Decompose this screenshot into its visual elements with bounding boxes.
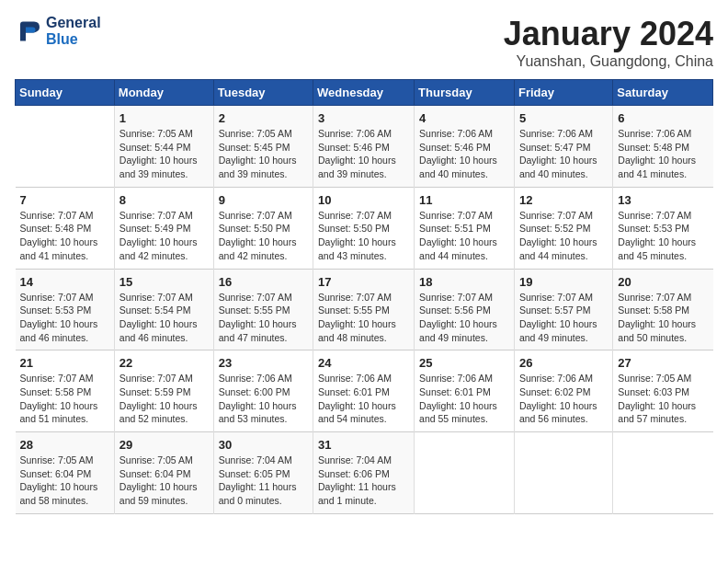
logo-text: General Blue [46, 15, 101, 48]
calendar-day-cell: 28Sunrise: 7:05 AM Sunset: 6:04 PM Dayli… [16, 432, 115, 514]
day-info: Sunrise: 7:07 AM Sunset: 5:50 PM Dayligh… [318, 209, 409, 263]
day-info: Sunrise: 7:07 AM Sunset: 5:55 PM Dayligh… [219, 291, 308, 345]
day-info: Sunrise: 7:05 AM Sunset: 6:04 PM Dayligh… [119, 454, 209, 508]
day-number: 21 [20, 356, 109, 370]
day-number: 12 [519, 193, 608, 207]
day-info: Sunrise: 7:06 AM Sunset: 6:02 PM Dayligh… [519, 372, 608, 426]
calendar-week-row: 21Sunrise: 7:07 AM Sunset: 5:58 PM Dayli… [16, 350, 713, 432]
logo-icon [15, 17, 42, 45]
day-number: 5 [519, 111, 608, 125]
calendar-title: January 2024 [504, 15, 713, 53]
day-number: 23 [219, 356, 308, 370]
day-number: 8 [119, 193, 209, 207]
day-number: 30 [219, 438, 308, 452]
calendar-day-cell: 2Sunrise: 7:05 AM Sunset: 5:45 PM Daylig… [213, 106, 313, 188]
calendar-day-cell: 11Sunrise: 7:07 AM Sunset: 5:51 PM Dayli… [415, 187, 515, 269]
calendar-day-cell: 17Sunrise: 7:07 AM Sunset: 5:55 PM Dayli… [313, 269, 415, 350]
day-of-week-header: Monday [114, 80, 213, 106]
day-info: Sunrise: 7:07 AM Sunset: 5:53 PM Dayligh… [618, 209, 708, 263]
calendar-day-cell [613, 432, 713, 514]
calendar-day-cell: 8Sunrise: 7:07 AM Sunset: 5:49 PM Daylig… [114, 187, 213, 269]
day-number: 22 [119, 356, 209, 370]
day-info: Sunrise: 7:07 AM Sunset: 5:56 PM Dayligh… [419, 291, 509, 345]
day-of-week-header: Saturday [613, 80, 713, 106]
calendar-day-cell: 31Sunrise: 7:04 AM Sunset: 6:06 PM Dayli… [313, 432, 415, 514]
calendar-week-row: 28Sunrise: 7:05 AM Sunset: 6:04 PM Dayli… [16, 432, 713, 514]
calendar-day-cell: 6Sunrise: 7:06 AM Sunset: 5:48 PM Daylig… [613, 106, 713, 188]
calendar-day-cell: 20Sunrise: 7:07 AM Sunset: 5:58 PM Dayli… [613, 269, 713, 350]
calendar-day-cell: 25Sunrise: 7:06 AM Sunset: 6:01 PM Dayli… [415, 350, 515, 432]
days-of-week-row: SundayMondayTuesdayWednesdayThursdayFrid… [16, 80, 713, 106]
day-of-week-header: Wednesday [313, 80, 415, 106]
day-number: 15 [119, 275, 209, 289]
day-info: Sunrise: 7:07 AM Sunset: 5:48 PM Dayligh… [20, 209, 109, 263]
calendar-week-row: 14Sunrise: 7:07 AM Sunset: 5:53 PM Dayli… [16, 269, 713, 350]
day-info: Sunrise: 7:07 AM Sunset: 5:50 PM Dayligh… [219, 209, 308, 263]
day-info: Sunrise: 7:07 AM Sunset: 5:49 PM Dayligh… [119, 209, 209, 263]
day-info: Sunrise: 7:06 AM Sunset: 5:46 PM Dayligh… [419, 127, 509, 181]
day-number: 3 [318, 111, 409, 125]
calendar-day-cell: 26Sunrise: 7:06 AM Sunset: 6:02 PM Dayli… [514, 350, 612, 432]
day-number: 25 [419, 356, 509, 370]
day-of-week-header: Tuesday [213, 80, 313, 106]
day-of-week-header: Thursday [415, 80, 515, 106]
day-info: Sunrise: 7:04 AM Sunset: 6:06 PM Dayligh… [318, 454, 409, 508]
day-number: 19 [519, 275, 608, 289]
calendar-day-cell: 29Sunrise: 7:05 AM Sunset: 6:04 PM Dayli… [114, 432, 213, 514]
day-number: 4 [419, 111, 509, 125]
calendar-day-cell: 22Sunrise: 7:07 AM Sunset: 5:59 PM Dayli… [114, 350, 213, 432]
day-number: 18 [419, 275, 509, 289]
calendar-day-cell: 3Sunrise: 7:06 AM Sunset: 5:46 PM Daylig… [313, 106, 415, 188]
page-header: General Blue January 2024 Yuanshan, Guan… [15, 15, 713, 70]
calendar-day-cell: 27Sunrise: 7:05 AM Sunset: 6:03 PM Dayli… [613, 350, 713, 432]
calendar-day-cell: 10Sunrise: 7:07 AM Sunset: 5:50 PM Dayli… [313, 187, 415, 269]
calendar-day-cell [16, 106, 115, 188]
calendar-body: 1Sunrise: 7:05 AM Sunset: 5:44 PM Daylig… [16, 106, 713, 514]
day-info: Sunrise: 7:06 AM Sunset: 6:01 PM Dayligh… [318, 372, 409, 426]
day-number: 27 [618, 356, 708, 370]
day-number: 29 [119, 438, 209, 452]
day-number: 14 [20, 275, 109, 289]
day-number: 17 [318, 275, 409, 289]
day-number: 28 [20, 438, 109, 452]
day-info: Sunrise: 7:06 AM Sunset: 6:00 PM Dayligh… [219, 372, 308, 426]
calendar-day-cell: 13Sunrise: 7:07 AM Sunset: 5:53 PM Dayli… [613, 187, 713, 269]
day-info: Sunrise: 7:07 AM Sunset: 5:58 PM Dayligh… [20, 372, 109, 426]
day-info: Sunrise: 7:06 AM Sunset: 5:48 PM Dayligh… [618, 127, 708, 181]
calendar-day-cell: 4Sunrise: 7:06 AM Sunset: 5:46 PM Daylig… [415, 106, 515, 188]
calendar-day-cell: 9Sunrise: 7:07 AM Sunset: 5:50 PM Daylig… [213, 187, 313, 269]
day-of-week-header: Friday [514, 80, 612, 106]
day-number: 11 [419, 193, 509, 207]
day-info: Sunrise: 7:07 AM Sunset: 5:59 PM Dayligh… [119, 372, 209, 426]
calendar-day-cell: 14Sunrise: 7:07 AM Sunset: 5:53 PM Dayli… [16, 269, 115, 350]
day-number: 2 [219, 111, 308, 125]
calendar-day-cell: 1Sunrise: 7:05 AM Sunset: 5:44 PM Daylig… [114, 106, 213, 188]
calendar-day-cell: 21Sunrise: 7:07 AM Sunset: 5:58 PM Dayli… [16, 350, 115, 432]
day-info: Sunrise: 7:06 AM Sunset: 5:46 PM Dayligh… [318, 127, 409, 181]
day-number: 13 [618, 193, 708, 207]
day-info: Sunrise: 7:04 AM Sunset: 6:05 PM Dayligh… [219, 454, 308, 508]
day-info: Sunrise: 7:07 AM Sunset: 5:55 PM Dayligh… [318, 291, 409, 345]
day-number: 26 [519, 356, 608, 370]
day-number: 9 [219, 193, 308, 207]
day-info: Sunrise: 7:06 AM Sunset: 5:47 PM Dayligh… [519, 127, 608, 181]
day-number: 6 [618, 111, 708, 125]
calendar-week-row: 1Sunrise: 7:05 AM Sunset: 5:44 PM Daylig… [16, 106, 713, 188]
day-number: 20 [618, 275, 708, 289]
day-info: Sunrise: 7:07 AM Sunset: 5:53 PM Dayligh… [20, 291, 109, 345]
calendar-subtitle: Yuanshan, Guangdong, China [504, 53, 713, 70]
day-number: 24 [318, 356, 409, 370]
day-number: 31 [318, 438, 409, 452]
day-info: Sunrise: 7:05 AM Sunset: 5:45 PM Dayligh… [219, 127, 308, 181]
calendar-day-cell: 7Sunrise: 7:07 AM Sunset: 5:48 PM Daylig… [16, 187, 115, 269]
day-of-week-header: Sunday [16, 80, 115, 106]
calendar-day-cell: 15Sunrise: 7:07 AM Sunset: 5:54 PM Dayli… [114, 269, 213, 350]
day-info: Sunrise: 7:05 AM Sunset: 5:44 PM Dayligh… [119, 127, 209, 181]
day-number: 7 [20, 193, 109, 207]
calendar-day-cell [514, 432, 612, 514]
day-info: Sunrise: 7:05 AM Sunset: 6:04 PM Dayligh… [20, 454, 109, 508]
day-number: 16 [219, 275, 308, 289]
day-number: 1 [119, 111, 209, 125]
logo: General Blue [15, 15, 101, 48]
day-info: Sunrise: 7:07 AM Sunset: 5:58 PM Dayligh… [618, 291, 708, 345]
